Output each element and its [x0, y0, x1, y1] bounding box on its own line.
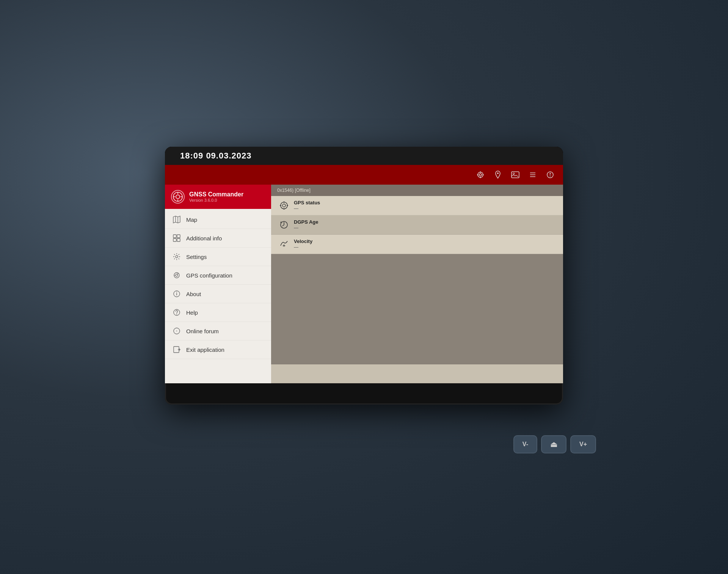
menu-item-additional-info-label: Additional info	[186, 235, 222, 242]
menu-item-help[interactable]: Help	[165, 303, 271, 322]
pin-icon[interactable]	[493, 169, 503, 180]
dgps-age-icon	[279, 220, 289, 230]
compass-icon[interactable]	[545, 169, 555, 180]
svg-rect-24	[173, 235, 176, 238]
about-icon	[173, 290, 181, 298]
svg-point-38	[176, 331, 177, 331]
menu-item-map-label: Map	[186, 216, 197, 223]
svg-point-8	[513, 173, 515, 174]
screen-device: 18:09 09.03.2023	[165, 147, 563, 405]
dgps-age-value: —	[294, 225, 318, 231]
svg-marker-13	[549, 172, 551, 175]
info-row-dgps-age: DGPS Age —	[271, 215, 563, 235]
svg-point-34	[176, 292, 177, 293]
sidebar-menu-items: Map Ad	[165, 209, 271, 383]
menu-item-gps-config-label: GPS configuration	[186, 272, 232, 279]
menu-item-online-forum[interactable]: Online forum	[165, 322, 271, 340]
device-bar: 0x1546) [Offline]	[271, 185, 563, 196]
image-icon[interactable]	[510, 169, 521, 180]
gps-status-block: GPS status —	[294, 200, 320, 211]
app-area: GNSS Commander Version 3.6.0.0	[165, 165, 563, 383]
svg-point-0	[478, 172, 483, 177]
help-icon	[173, 308, 181, 317]
svg-rect-7	[511, 172, 519, 178]
screen-inner: 18:09 09.03.2023	[165, 147, 563, 383]
additional-info-icon	[173, 234, 181, 242]
app-logo	[171, 190, 185, 204]
velocity-block: Velocity —	[294, 238, 312, 250]
menu-item-map[interactable]: Map	[165, 210, 271, 229]
main-content: GNSS Commander Version 3.6.0.0	[165, 185, 563, 383]
svg-point-42	[282, 204, 286, 207]
menu-item-additional-info[interactable]: Additional info	[165, 229, 271, 248]
menu-item-online-forum-label: Online forum	[186, 328, 219, 334]
velocity-label: Velocity	[294, 238, 312, 244]
header-nav-icons	[475, 169, 555, 180]
menu-item-help-label: Help	[186, 309, 198, 316]
menu-item-exit[interactable]: Exit application	[165, 340, 271, 359]
svg-point-36	[176, 314, 177, 315]
device-status-text: 0x1546) [Offline]	[277, 188, 311, 193]
menu-item-gps-config[interactable]: GPS configuration	[165, 266, 271, 285]
svg-point-30	[176, 274, 178, 276]
svg-rect-25	[177, 235, 180, 238]
menu-item-settings-label: Settings	[186, 254, 207, 260]
svg-rect-27	[177, 238, 180, 242]
menu-item-exit-label: Exit application	[186, 347, 224, 353]
svg-point-6	[497, 173, 499, 174]
online-forum-icon	[173, 327, 181, 335]
datetime-display: 18:09 09.03.2023	[180, 151, 252, 161]
dgps-age-block: DGPS Age —	[294, 219, 318, 231]
menu-item-about[interactable]: About	[165, 285, 271, 303]
info-row-velocity: Velocity —	[271, 235, 563, 254]
sidebar-header: GNSS Commander Version 3.6.0.0	[165, 185, 271, 209]
svg-point-1	[479, 174, 482, 176]
info-row-empty2	[271, 364, 563, 383]
svg-rect-26	[173, 238, 176, 242]
list-icon[interactable]	[527, 169, 538, 180]
svg-marker-14	[549, 175, 551, 177]
status-bar: 18:09 09.03.2023	[165, 147, 563, 165]
app-version: Version 3.6.0.0	[189, 198, 243, 202]
svg-marker-21	[173, 216, 180, 223]
svg-point-28	[176, 256, 178, 258]
map-icon	[173, 215, 181, 224]
sidebar-menu: GNSS Commander Version 3.6.0.0	[165, 185, 271, 383]
exit-icon	[173, 345, 181, 354]
app-title: GNSS Commander	[189, 191, 243, 198]
home-button[interactable]: ⏏	[541, 435, 566, 453]
settings-icon	[173, 252, 181, 261]
gps-config-icon	[173, 271, 181, 279]
content-area: 0x1546) [Offline]	[271, 185, 563, 383]
gps-status-icon	[279, 200, 289, 211]
velocity-icon	[279, 239, 289, 249]
app-header	[165, 165, 563, 185]
menu-item-about-label: About	[186, 291, 201, 297]
sidebar-title-block: GNSS Commander Version 3.6.0.0	[189, 191, 243, 202]
info-row-empty1	[271, 254, 563, 364]
gps-target-icon[interactable]	[475, 169, 486, 180]
svg-point-16	[176, 195, 180, 199]
velocity-value: —	[294, 245, 312, 250]
physical-buttons: V- ⏏ V+	[510, 432, 599, 456]
info-panel: GPS status —	[271, 196, 563, 383]
gps-status-label: GPS status	[294, 200, 320, 205]
info-row-gps-status: GPS status —	[271, 196, 563, 215]
gps-status-value: —	[294, 206, 320, 211]
dgps-age-label: DGPS Age	[294, 219, 318, 225]
menu-item-settings[interactable]: Settings	[165, 248, 271, 266]
svg-point-41	[281, 202, 287, 209]
volume-up-button[interactable]: V+	[570, 435, 596, 453]
volume-down-button[interactable]: V-	[513, 435, 537, 453]
